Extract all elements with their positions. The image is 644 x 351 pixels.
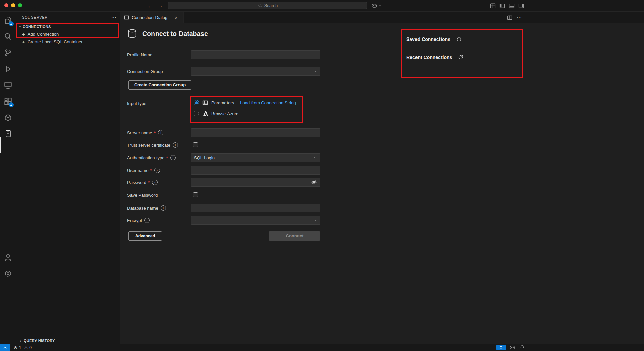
editor-actions: ⋯ (507, 12, 522, 23)
browse-azure-label: Browse Azure (211, 111, 238, 116)
accounts-icon[interactable] (4, 253, 12, 261)
error-count: 1 (19, 345, 21, 350)
error-icon: ⊗ (14, 345, 17, 350)
remote-explorer-icon[interactable] (4, 81, 12, 89)
search-icon (258, 3, 262, 8)
toggle-password-visibility-icon[interactable] (311, 179, 317, 185)
parameters-radio-row: Parameters Load from Connection String (194, 100, 296, 105)
forward-icon[interactable]: → (156, 2, 164, 10)
connections-section-label: CONNECTIONS (23, 25, 51, 29)
problems-status[interactable]: ⊗ 1 ⚠ 0 (14, 344, 32, 351)
close-tab-icon[interactable]: × (173, 15, 179, 21)
add-connection-item[interactable]: + Add Connection (16, 30, 120, 38)
vscode-window: ← → Search (0, 0, 644, 351)
add-icon: + (22, 32, 25, 37)
close-window-button[interactable] (4, 3, 8, 7)
sql-server-sidebar: SQL SERVER ⋯ CONNECTIONS + Add Connectio… (16, 12, 120, 344)
remote-icon: >< (3, 346, 6, 349)
tab-label: Connection Dialog (132, 15, 167, 20)
trust-server-certificate-label: Trust server certificate i (127, 141, 178, 149)
toggle-panel-icon[interactable] (509, 3, 515, 9)
database-icon (127, 28, 137, 39)
back-icon[interactable]: ← (146, 2, 154, 10)
search-placeholder: Search (264, 3, 278, 8)
encrypt-label: Encrypt i (127, 216, 150, 225)
database-name-input[interactable] (191, 204, 320, 212)
server-name-input[interactable] (191, 128, 320, 137)
info-icon[interactable]: i (152, 180, 158, 185)
load-from-connection-string-link[interactable]: Load from Connection String (240, 100, 296, 105)
query-history-section-header[interactable]: QUERY HISTORY (16, 337, 120, 344)
copilot-status-icon[interactable] (508, 345, 516, 350)
trust-server-certificate-checkbox[interactable] (193, 142, 198, 147)
server-name-label: Server name * i (127, 128, 163, 137)
copilot-menu[interactable] (371, 3, 382, 9)
info-icon[interactable]: i (173, 142, 178, 148)
user-name-input[interactable] (191, 166, 320, 175)
split-editor-icon[interactable] (507, 15, 512, 20)
password-label: Password * i (127, 178, 158, 187)
user-name-label: User name * i (127, 166, 160, 175)
recent-connections-label: Recent Connections (406, 55, 452, 60)
active-view-indicator (0, 137, 1, 153)
authentication-type-dropdown[interactable]: SQL Login (191, 153, 320, 162)
info-icon[interactable]: i (170, 155, 176, 160)
connect-button[interactable]: Connect (269, 231, 320, 241)
info-icon[interactable]: i (161, 205, 166, 211)
search-view-icon[interactable] (4, 32, 12, 41)
sidebar-more-actions-icon[interactable]: ⋯ (110, 14, 117, 21)
layout-controls (490, 3, 524, 9)
refresh-icon[interactable] (456, 36, 462, 42)
remote-indicator[interactable]: >< (0, 344, 10, 351)
copilot-icon (371, 3, 377, 9)
profile-name-input[interactable] (191, 50, 320, 59)
save-password-label: Save Password (127, 191, 158, 199)
input-type-label: Input type (127, 99, 146, 108)
tab-connection-dialog[interactable]: Connection Dialog × (120, 12, 184, 23)
browse-azure-radio[interactable] (194, 111, 199, 116)
run-debug-icon[interactable] (4, 65, 12, 73)
browse-azure-radio-row: Browse Azure (194, 111, 238, 116)
settings-gear-icon[interactable] (4, 270, 12, 278)
customize-layout-icon[interactable] (490, 3, 496, 9)
dialog-heading: Connect to Database (127, 28, 208, 39)
info-icon[interactable]: i (158, 130, 163, 135)
minimize-window-button[interactable] (11, 3, 15, 7)
chevron-down-icon (378, 4, 382, 7)
connection-group-dropdown[interactable] (191, 67, 320, 76)
editor-tab-bar: Connection Dialog × ⋯ (120, 12, 644, 23)
more-actions-icon[interactable]: ⋯ (517, 15, 522, 21)
package-icon[interactable] (4, 114, 12, 122)
password-input[interactable] (191, 178, 320, 187)
azure-icon (202, 111, 208, 116)
zoom-status-item[interactable] (496, 345, 506, 350)
chevron-down-icon (313, 69, 317, 73)
info-icon[interactable]: i (154, 168, 160, 173)
create-local-sql-container-item[interactable]: + Create Local SQL Container (16, 38, 120, 45)
query-history-label: QUERY HISTORY (24, 339, 55, 343)
dialog-title: Connect to Database (142, 30, 208, 38)
save-password-checkbox[interactable] (193, 192, 198, 197)
required-asterisk: * (148, 180, 150, 185)
source-control-icon[interactable] (4, 49, 12, 57)
advanced-button[interactable]: Advanced (128, 231, 162, 241)
extensions-badge: 1 (9, 102, 14, 107)
create-connection-group-button[interactable]: Create Connection Group (128, 80, 191, 90)
encrypt-dropdown[interactable] (191, 216, 320, 225)
connections-section-header[interactable]: CONNECTIONS (16, 23, 120, 30)
zoom-window-button[interactable] (18, 3, 22, 7)
database-name-label: Database name i (127, 204, 166, 212)
notifications-bell-icon[interactable] (518, 345, 526, 350)
sidebar-title: SQL SERVER (22, 12, 48, 23)
info-icon[interactable]: i (144, 218, 150, 223)
parameters-radio[interactable] (194, 100, 199, 105)
status-bar: >< ⊗ 1 ⚠ 0 (0, 344, 644, 351)
toggle-secondary-sidebar-icon[interactable] (518, 3, 524, 9)
toggle-primary-sidebar-icon[interactable] (499, 3, 505, 9)
activity-bar: 1 1 (0, 12, 16, 344)
refresh-icon[interactable] (458, 55, 463, 60)
panel-divider (400, 23, 400, 344)
warning-icon: ⚠ (24, 345, 28, 350)
sql-server-view-icon[interactable] (4, 130, 12, 138)
search-input[interactable]: Search (168, 2, 367, 9)
